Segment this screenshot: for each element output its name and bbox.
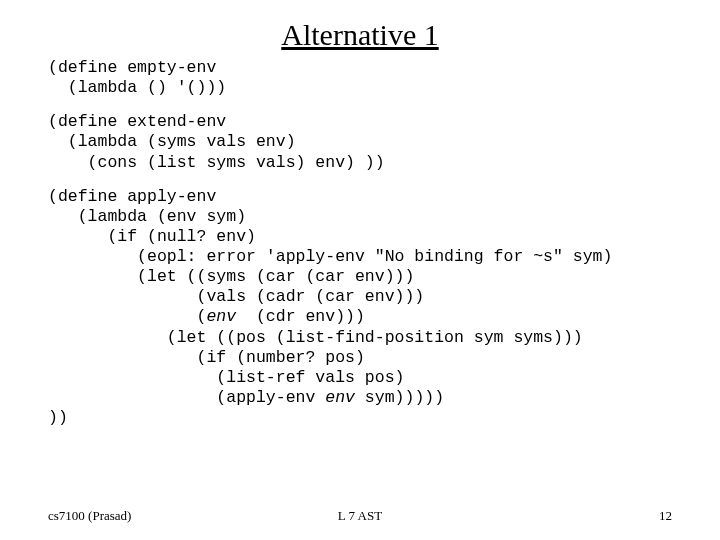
code-italic-env: env <box>206 307 236 326</box>
code-block-1: (define empty-env (lambda () '())) <box>48 58 672 98</box>
footer-right: 12 <box>659 508 672 524</box>
footer-center: L 7 AST <box>48 508 672 524</box>
code-line: )) <box>48 408 68 427</box>
code-line: (if (number? pos) <box>48 348 365 367</box>
code-line: (define empty-env <box>48 58 216 77</box>
code-line: (vals (cadr (car env))) <box>48 287 424 306</box>
code-line: (lambda (syms vals env) <box>48 132 296 151</box>
title-wrap: Alternative 1 <box>48 18 672 52</box>
code-block-3: (define apply-env (lambda (env sym) (if … <box>48 187 672 429</box>
slide-title: Alternative 1 <box>281 18 438 52</box>
code-line: (lambda (env sym) <box>48 207 246 226</box>
code-line: (cons (list syms vals) env) )) <box>48 153 385 172</box>
code-line: ( <box>48 307 206 326</box>
code-line: (define extend-env <box>48 112 226 131</box>
code-line: sym))))) <box>355 388 444 407</box>
slide-content: Alternative 1 (define empty-env (lambda … <box>0 0 720 540</box>
code-line: (cdr env))) <box>236 307 365 326</box>
code-line: (define apply-env <box>48 187 216 206</box>
code-line: (lambda () '())) <box>48 78 226 97</box>
code-line: (if (null? env) <box>48 227 256 246</box>
code-line: (list-ref vals pos) <box>48 368 404 387</box>
code-line: (eopl: error 'apply-env "No binding for … <box>48 247 612 266</box>
code-block-2: (define extend-env (lambda (syms vals en… <box>48 112 672 172</box>
code-italic-env: env <box>325 388 355 407</box>
code-line: (apply-env <box>48 388 325 407</box>
code-line: (let ((pos (list-find-position sym syms)… <box>48 328 583 347</box>
code-line: (let ((syms (car (car env))) <box>48 267 414 286</box>
